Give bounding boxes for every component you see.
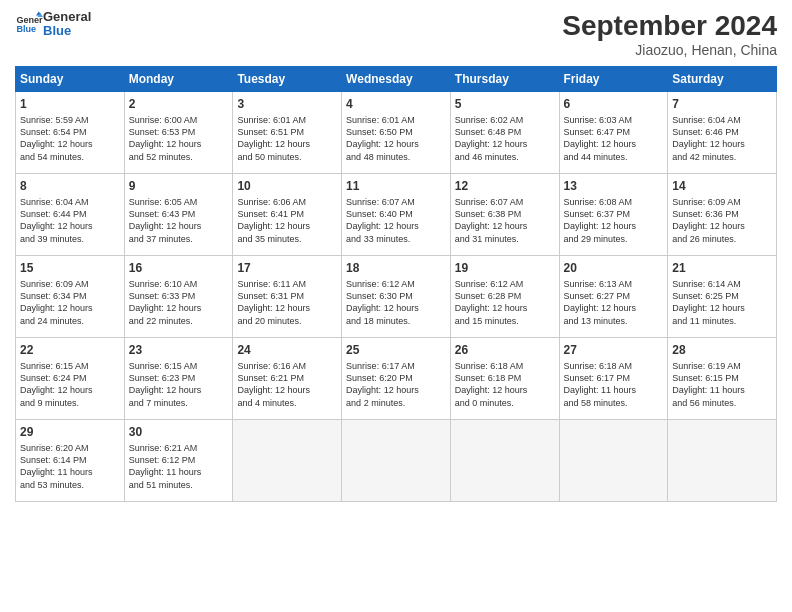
location: Jiaozuo, Henan, China	[562, 42, 777, 58]
calendar-table: SundayMondayTuesdayWednesdayThursdayFrid…	[15, 66, 777, 502]
day-number: 28	[672, 342, 772, 358]
calendar-day-cell: 25Sunrise: 6:17 AM Sunset: 6:20 PM Dayli…	[342, 338, 451, 420]
day-info: Sunrise: 6:00 AM Sunset: 6:53 PM Dayligh…	[129, 114, 229, 163]
calendar-container: General Blue General Blue September 2024…	[0, 0, 792, 612]
day-number: 24	[237, 342, 337, 358]
calendar-day-cell: 10Sunrise: 6:06 AM Sunset: 6:41 PM Dayli…	[233, 174, 342, 256]
calendar-day-cell: 24Sunrise: 6:16 AM Sunset: 6:21 PM Dayli…	[233, 338, 342, 420]
calendar-day-cell: 28Sunrise: 6:19 AM Sunset: 6:15 PM Dayli…	[668, 338, 777, 420]
day-number: 17	[237, 260, 337, 276]
day-number: 20	[564, 260, 664, 276]
calendar-day-cell: 14Sunrise: 6:09 AM Sunset: 6:36 PM Dayli…	[668, 174, 777, 256]
calendar-day-cell: 19Sunrise: 6:12 AM Sunset: 6:28 PM Dayli…	[450, 256, 559, 338]
calendar-week-row: 8Sunrise: 6:04 AM Sunset: 6:44 PM Daylig…	[16, 174, 777, 256]
calendar-day-cell	[233, 420, 342, 502]
calendar-day-cell: 29Sunrise: 6:20 AM Sunset: 6:14 PM Dayli…	[16, 420, 125, 502]
day-number: 21	[672, 260, 772, 276]
calendar-day-cell: 1Sunrise: 5:59 AM Sunset: 6:54 PM Daylig…	[16, 92, 125, 174]
logo: General Blue General Blue	[15, 10, 91, 39]
day-number: 25	[346, 342, 446, 358]
day-number: 14	[672, 178, 772, 194]
day-number: 15	[20, 260, 120, 276]
logo-blue: Blue	[43, 24, 91, 38]
weekday-header: Sunday	[16, 67, 125, 92]
weekday-header: Friday	[559, 67, 668, 92]
day-number: 22	[20, 342, 120, 358]
logo-general: General	[43, 10, 91, 24]
day-number: 3	[237, 96, 337, 112]
day-info: Sunrise: 6:04 AM Sunset: 6:46 PM Dayligh…	[672, 114, 772, 163]
weekday-header: Monday	[124, 67, 233, 92]
calendar-week-row: 29Sunrise: 6:20 AM Sunset: 6:14 PM Dayli…	[16, 420, 777, 502]
calendar-day-cell: 4Sunrise: 6:01 AM Sunset: 6:50 PM Daylig…	[342, 92, 451, 174]
calendar-day-cell: 2Sunrise: 6:00 AM Sunset: 6:53 PM Daylig…	[124, 92, 233, 174]
day-info: Sunrise: 6:07 AM Sunset: 6:40 PM Dayligh…	[346, 196, 446, 245]
day-info: Sunrise: 6:08 AM Sunset: 6:37 PM Dayligh…	[564, 196, 664, 245]
day-info: Sunrise: 6:14 AM Sunset: 6:25 PM Dayligh…	[672, 278, 772, 327]
day-number: 8	[20, 178, 120, 194]
calendar-week-row: 15Sunrise: 6:09 AM Sunset: 6:34 PM Dayli…	[16, 256, 777, 338]
day-number: 16	[129, 260, 229, 276]
day-number: 27	[564, 342, 664, 358]
header-row: SundayMondayTuesdayWednesdayThursdayFrid…	[16, 67, 777, 92]
calendar-day-cell: 27Sunrise: 6:18 AM Sunset: 6:17 PM Dayli…	[559, 338, 668, 420]
calendar-day-cell: 22Sunrise: 6:15 AM Sunset: 6:24 PM Dayli…	[16, 338, 125, 420]
day-number: 4	[346, 96, 446, 112]
day-info: Sunrise: 6:15 AM Sunset: 6:23 PM Dayligh…	[129, 360, 229, 409]
day-number: 2	[129, 96, 229, 112]
calendar-day-cell: 18Sunrise: 6:12 AM Sunset: 6:30 PM Dayli…	[342, 256, 451, 338]
day-info: Sunrise: 6:06 AM Sunset: 6:41 PM Dayligh…	[237, 196, 337, 245]
day-info: Sunrise: 6:01 AM Sunset: 6:50 PM Dayligh…	[346, 114, 446, 163]
day-info: Sunrise: 6:03 AM Sunset: 6:47 PM Dayligh…	[564, 114, 664, 163]
day-number: 26	[455, 342, 555, 358]
calendar-day-cell: 6Sunrise: 6:03 AM Sunset: 6:47 PM Daylig…	[559, 92, 668, 174]
day-number: 23	[129, 342, 229, 358]
day-info: Sunrise: 6:19 AM Sunset: 6:15 PM Dayligh…	[672, 360, 772, 409]
calendar-day-cell	[342, 420, 451, 502]
day-info: Sunrise: 6:11 AM Sunset: 6:31 PM Dayligh…	[237, 278, 337, 327]
day-info: Sunrise: 6:15 AM Sunset: 6:24 PM Dayligh…	[20, 360, 120, 409]
calendar-day-cell: 9Sunrise: 6:05 AM Sunset: 6:43 PM Daylig…	[124, 174, 233, 256]
weekday-header: Wednesday	[342, 67, 451, 92]
day-number: 9	[129, 178, 229, 194]
calendar-day-cell: 13Sunrise: 6:08 AM Sunset: 6:37 PM Dayli…	[559, 174, 668, 256]
svg-text:Blue: Blue	[16, 25, 36, 35]
header: General Blue General Blue September 2024…	[15, 10, 777, 58]
calendar-day-cell: 11Sunrise: 6:07 AM Sunset: 6:40 PM Dayli…	[342, 174, 451, 256]
calendar-day-cell: 16Sunrise: 6:10 AM Sunset: 6:33 PM Dayli…	[124, 256, 233, 338]
calendar-day-cell	[559, 420, 668, 502]
day-number: 13	[564, 178, 664, 194]
day-number: 19	[455, 260, 555, 276]
weekday-header: Thursday	[450, 67, 559, 92]
day-number: 1	[20, 96, 120, 112]
day-number: 11	[346, 178, 446, 194]
day-info: Sunrise: 6:18 AM Sunset: 6:18 PM Dayligh…	[455, 360, 555, 409]
calendar-day-cell: 12Sunrise: 6:07 AM Sunset: 6:38 PM Dayli…	[450, 174, 559, 256]
month-title: September 2024	[562, 10, 777, 42]
day-number: 12	[455, 178, 555, 194]
title-block: September 2024 Jiaozuo, Henan, China	[562, 10, 777, 58]
day-info: Sunrise: 6:13 AM Sunset: 6:27 PM Dayligh…	[564, 278, 664, 327]
calendar-day-cell: 23Sunrise: 6:15 AM Sunset: 6:23 PM Dayli…	[124, 338, 233, 420]
calendar-week-row: 1Sunrise: 5:59 AM Sunset: 6:54 PM Daylig…	[16, 92, 777, 174]
calendar-day-cell: 8Sunrise: 6:04 AM Sunset: 6:44 PM Daylig…	[16, 174, 125, 256]
day-info: Sunrise: 6:09 AM Sunset: 6:34 PM Dayligh…	[20, 278, 120, 327]
calendar-day-cell: 26Sunrise: 6:18 AM Sunset: 6:18 PM Dayli…	[450, 338, 559, 420]
day-info: Sunrise: 6:01 AM Sunset: 6:51 PM Dayligh…	[237, 114, 337, 163]
calendar-day-cell: 15Sunrise: 6:09 AM Sunset: 6:34 PM Dayli…	[16, 256, 125, 338]
day-number: 6	[564, 96, 664, 112]
calendar-day-cell: 17Sunrise: 6:11 AM Sunset: 6:31 PM Dayli…	[233, 256, 342, 338]
day-info: Sunrise: 6:10 AM Sunset: 6:33 PM Dayligh…	[129, 278, 229, 327]
day-info: Sunrise: 6:07 AM Sunset: 6:38 PM Dayligh…	[455, 196, 555, 245]
calendar-day-cell: 20Sunrise: 6:13 AM Sunset: 6:27 PM Dayli…	[559, 256, 668, 338]
day-info: Sunrise: 6:18 AM Sunset: 6:17 PM Dayligh…	[564, 360, 664, 409]
day-info: Sunrise: 6:20 AM Sunset: 6:14 PM Dayligh…	[20, 442, 120, 491]
day-number: 10	[237, 178, 337, 194]
calendar-day-cell	[450, 420, 559, 502]
calendar-day-cell: 21Sunrise: 6:14 AM Sunset: 6:25 PM Dayli…	[668, 256, 777, 338]
day-number: 5	[455, 96, 555, 112]
day-info: Sunrise: 5:59 AM Sunset: 6:54 PM Dayligh…	[20, 114, 120, 163]
calendar-day-cell	[668, 420, 777, 502]
calendar-day-cell: 7Sunrise: 6:04 AM Sunset: 6:46 PM Daylig…	[668, 92, 777, 174]
calendar-day-cell: 3Sunrise: 6:01 AM Sunset: 6:51 PM Daylig…	[233, 92, 342, 174]
